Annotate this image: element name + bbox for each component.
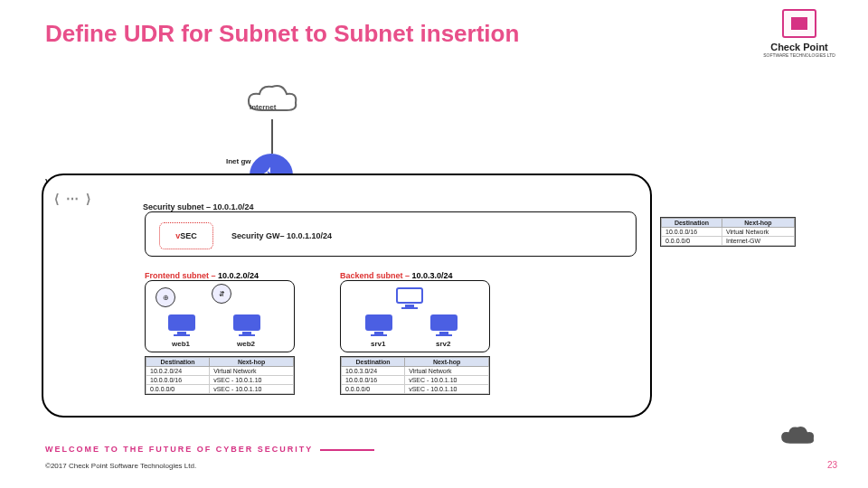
rt-cell: 10.0.3.0/24 [342,367,405,376]
vm-icon [168,314,195,336]
rt-cell: Virtual Network [722,228,794,237]
frontend-subnet-label: Frontend subnet – 10.0.2.0/24 [145,271,259,280]
internet-label: Internet [250,103,276,111]
vm-icon [233,314,260,336]
server-label: srv1 [371,340,385,348]
server-label: srv2 [436,340,450,348]
copyright: ©2017 Check Point Software Technologies … [45,462,196,470]
slide: Define UDR for Subnet to Subnet insertio… [0,0,868,488]
rt-cell: 0.0.0.0/0 [146,385,210,394]
server-label: web1 [172,340,190,348]
rt-cell: vSEC - 10.0.1.10 [405,376,489,385]
logo-icon [782,9,816,38]
page-number: 23 [827,460,837,470]
rt-cell: 10.0.0.0/16 [146,376,210,385]
external-lb-icon: ⊕ [156,287,175,307]
checkpoint-logo: Check Point SOFTWARE TECHNOLOGIES LTD [758,9,841,58]
route-table-frontend: DestinationNext-hop 10.0.2.0/24Virtual N… [145,356,295,395]
tagline-text: WELCOME TO THE FUTURE OF CYBER SECURITY [45,445,313,454]
slide-title: Define UDR for Subnet to Subnet insertio… [45,20,519,48]
tagline: WELCOME TO THE FUTURE OF CYBER SECURITY [45,445,374,454]
server-label: web2 [237,340,255,348]
rt-header-nh: Next-hop [405,358,489,367]
load-balancer-icon: ⇵ [212,284,231,304]
security-subnet-box [145,211,637,257]
frontend-cidr: 10.0.2.0/24 [218,271,259,280]
rt-cell: 10.0.0.0/16 [662,228,722,237]
backend-subnet-label: Backend subnet – 10.0.3.0/24 [340,271,453,280]
vsec-appliance-icon: vSEC [159,222,213,249]
vm-icon [430,314,458,336]
vsec-sec: SEC [180,231,197,240]
backend-cidr: 10.0.3.0/24 [412,271,453,280]
logo-text: Check Point [758,42,841,52]
rt-cell: vSEC - 10.0.1.10 [210,385,294,394]
rt-cell: Virtual Network [210,367,294,376]
logo-subtext: SOFTWARE TECHNOLOGIES LTD [758,52,841,58]
rt-header-nh: Next-hop [210,358,294,367]
internet-cloud-icon [241,83,304,119]
security-gw-label: Security GW– 10.0.1.10/24 [231,231,332,240]
rt-cell: 10.0.0.0/16 [342,376,405,385]
security-subnet-label: Security subnet – 10.0.1.0/24 [143,202,254,211]
rt-cell: vSEC - 10.0.1.10 [405,385,489,394]
internet-link-line [271,119,273,154]
rt-cell: 0.0.0.0/0 [662,237,722,246]
route-table-security: DestinationNext-hop 10.0.0.0/16Virtual N… [660,217,796,247]
rt-cell: Virtual Network [405,367,489,376]
footer-cloud-icon [778,425,817,448]
tagline-bar-icon [320,449,374,451]
route-table-backend: DestinationNext-hop 10.0.3.0/24Virtual N… [340,356,490,395]
rt-header-dest: Destination [662,219,722,228]
vnet-peering-icon: ⟨ ⋯ ⟩ [54,192,92,206]
inet-gw-label: Inet gw [226,157,251,165]
rt-cell: vSEC - 10.0.1.10 [210,376,294,385]
vm-icon [396,287,423,309]
vm-icon [365,314,392,336]
rt-header-nh: Next-hop [722,219,794,228]
rt-header-dest: Destination [342,358,405,367]
rt-cell: 0.0.0.0/0 [342,385,405,394]
backend-name: Backend subnet – [340,271,412,280]
rt-cell: Internet-GW [722,237,794,246]
rt-cell: 10.0.2.0/24 [146,367,210,376]
frontend-name: Frontend subnet – [145,271,218,280]
rt-header-dest: Destination [146,358,210,367]
